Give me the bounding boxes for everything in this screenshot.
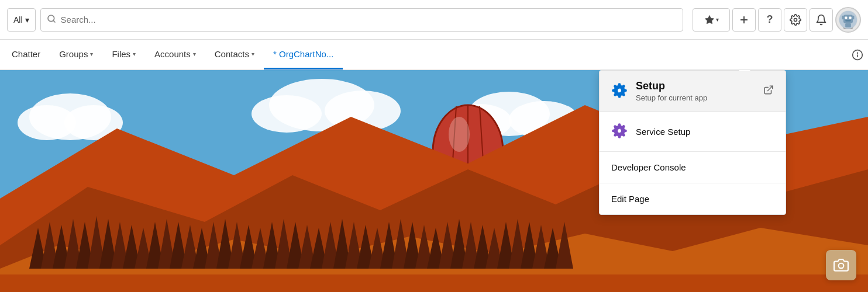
all-label: All [13,15,23,25]
search-input[interactable] [61,15,677,25]
search-icon [47,14,56,26]
nav-item-groups[interactable]: Groups ▾ [50,40,102,69]
top-bar: All ▾ ▾ ? [0,0,868,40]
nav-item-chatter[interactable]: Chatter [2,40,50,69]
service-setup-item[interactable]: Service Setup [600,112,786,152]
svg-rect-11 [845,16,847,19]
service-setup-label: Service Setup [636,127,690,137]
external-link-icon[interactable] [763,85,774,98]
svg-point-25 [252,95,322,133]
dropdown-title: Setup [636,80,707,92]
nav-item-accounts[interactable]: Accounts ▾ [145,40,205,69]
edit-page-item[interactable]: Edit Page [600,183,786,214]
favorites-chevron: ▾ [716,16,719,23]
help-button[interactable]: ? [758,8,781,32]
service-setup-icon [611,123,628,141]
nav-item-orgchart[interactable]: * OrgChartNo... [264,40,343,69]
setup-gear-button[interactable] [784,8,807,32]
nav-label-accounts: Accounts [154,49,191,59]
nav-label-files: Files [112,49,130,59]
info-button[interactable] [847,40,868,70]
svg-rect-15 [853,15,854,19]
edit-page-label: Edit Page [611,194,649,204]
all-dropdown[interactable]: All ▾ [7,8,36,32]
svg-point-5 [794,18,797,21]
dropdown-subtitle: Setup for current app [636,93,707,102]
developer-console-label: Developer Console [611,162,686,172]
dropdown-header-text: Setup Setup for current app [636,80,707,102]
dropdown-header[interactable]: Setup Setup for current app [600,71,786,112]
svg-rect-10 [843,15,853,23]
svg-line-1 [53,20,55,22]
nav-bar: Chatter Groups ▾ Files ▾ Accounts ▾ Cont… [0,40,868,70]
dropdown-arrow [739,70,750,71]
svg-rect-14 [842,15,843,19]
accounts-chevron-icon: ▾ [193,51,196,57]
setup-header-icon [611,82,628,100]
svg-rect-13 [845,20,851,21]
developer-console-item[interactable]: Developer Console [600,152,786,183]
dropdown-chevron-icon: ▾ [25,15,29,25]
contacts-chevron-icon: ▾ [252,51,254,57]
nav-label-chatter: Chatter [12,49,40,59]
nav-item-contacts[interactable]: Contacts ▾ [205,40,264,69]
user-avatar-button[interactable] [835,7,861,33]
svg-rect-16 [845,23,851,27]
svg-point-97 [839,263,844,269]
svg-rect-91 [0,274,868,292]
nav-label-orgchart: * OrgChartNo... [273,49,333,59]
search-container [40,8,683,32]
top-actions: ▾ ? [693,7,861,33]
content-area: Setup Setup for current app [0,70,868,292]
files-chevron-icon: ▾ [133,51,136,57]
nav-label-contacts: Contacts [215,49,249,59]
svg-point-38 [449,117,470,152]
groups-chevron-icon: ▾ [90,51,93,57]
svg-line-94 [768,86,773,91]
add-button[interactable] [732,8,756,32]
svg-rect-12 [849,16,852,19]
favorites-button[interactable]: ▾ [693,8,730,32]
nav-label-groups: Groups [59,49,88,59]
setup-dropdown: Setup Setup for current app [599,70,786,215]
nav-item-files[interactable]: Files ▾ [102,40,145,69]
svg-marker-2 [705,15,714,23]
notifications-button[interactable] [810,8,833,32]
camera-button[interactable] [826,250,856,280]
